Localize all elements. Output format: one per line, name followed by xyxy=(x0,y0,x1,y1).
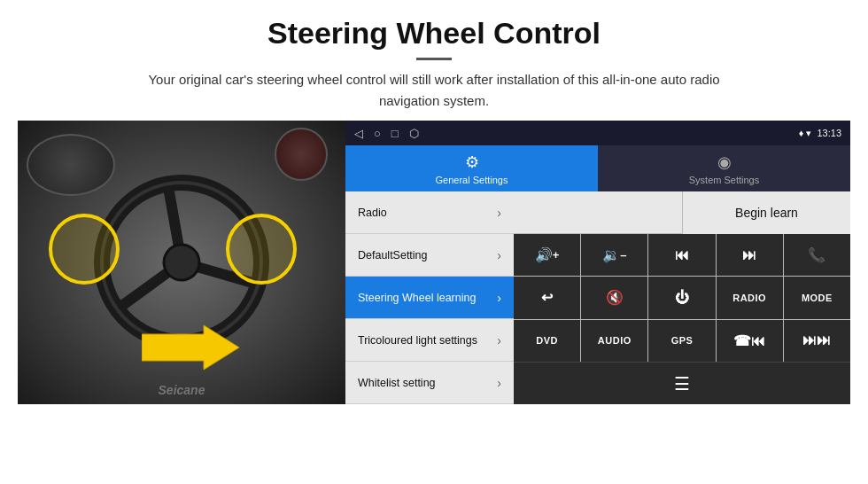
tab-system-label: System Settings xyxy=(689,175,759,185)
subtitle: Your original car's steering wheel contr… xyxy=(124,69,744,112)
mute-button[interactable]: 🔇 xyxy=(581,277,647,318)
chevron-whitelist: › xyxy=(497,376,501,390)
mode-button[interactable]: MODE xyxy=(784,277,850,318)
menu-item-radio[interactable]: Radio › xyxy=(345,191,514,234)
menu-radio-label: Radio xyxy=(358,207,387,219)
chevron-steering: › xyxy=(497,291,501,305)
audio-label: AUDIO xyxy=(598,335,632,346)
back-icon: ↩ xyxy=(541,289,553,306)
prev-icon: ⏮ xyxy=(675,247,689,263)
tab-bar: ⚙ General Settings ◉ System Settings xyxy=(345,145,850,191)
header-section: Steering Wheel Control Your original car… xyxy=(0,0,868,121)
power-button[interactable]: ⏻ xyxy=(648,277,715,318)
main-area: Radio › DefaultSetting › Steering Wheel … xyxy=(345,191,850,404)
highlight-right xyxy=(226,214,297,285)
call-icon: 📞 xyxy=(808,246,825,263)
vol-up-icon: 🔊 xyxy=(535,246,553,263)
control-grid: 🔊+ 🔉– ⏮ ⏭ 📞 xyxy=(514,234,850,362)
prev-button[interactable]: ⏮ xyxy=(648,234,715,276)
signal-icon: ♦ ▾ xyxy=(799,128,812,139)
chevron-radio: › xyxy=(497,206,501,220)
tab-general-settings[interactable]: ⚙ General Settings xyxy=(345,145,598,191)
menu-item-steering[interactable]: Steering Wheel learning › xyxy=(345,277,514,319)
menu-tricoloured-label: Tricoloured light settings xyxy=(358,334,477,347)
menu-nav-icon[interactable]: ⬡ xyxy=(409,127,419,140)
next-icon: ⏭ xyxy=(742,247,756,263)
gps-label: GPS xyxy=(671,335,694,346)
tab-general-label: General Settings xyxy=(436,175,508,185)
recents-nav-icon[interactable]: □ xyxy=(391,127,399,140)
skip-next-button[interactable]: ⏭⏭ xyxy=(784,320,850,362)
tel-prev-button[interactable]: ☎⏮ xyxy=(717,320,783,362)
svg-marker-6 xyxy=(142,325,239,370)
begin-learn-button[interactable]: Begin learn xyxy=(682,191,850,234)
menu-steering-label: Steering Wheel learning xyxy=(358,292,476,304)
back-nav-icon[interactable]: ◁ xyxy=(354,127,363,140)
system-settings-icon: ◉ xyxy=(717,152,732,172)
vol-up-button[interactable]: 🔊+ xyxy=(514,234,580,276)
power-icon: ⏻ xyxy=(675,290,689,306)
vol-down-icon: 🔉 xyxy=(602,246,620,263)
audio-button[interactable]: AUDIO xyxy=(581,320,647,362)
top-left-empty xyxy=(514,191,682,233)
back-button[interactable]: ↩ xyxy=(514,277,580,318)
nav-icons: ◁ ○ □ ⬡ xyxy=(354,127,419,140)
watermark: Seicane xyxy=(159,383,205,397)
chevron-tricoloured: › xyxy=(497,333,501,347)
menu-default-label: DefaultSetting xyxy=(358,249,428,262)
chevron-default: › xyxy=(497,248,501,262)
radio-button[interactable]: RADIO xyxy=(717,277,783,318)
dvd-button[interactable]: DVD xyxy=(514,320,580,362)
status-bar: ◁ ○ □ ⬡ ♦ ▾ 13:13 xyxy=(345,121,850,145)
bottom-row: ☰ xyxy=(514,362,850,404)
arrow xyxy=(142,321,239,378)
gauge-right xyxy=(275,128,328,181)
time-display: 13:13 xyxy=(817,128,841,138)
radio-label: RADIO xyxy=(732,293,766,303)
title-divider xyxy=(416,58,452,60)
tel-prev-icon: ☎⏮ xyxy=(733,332,765,349)
mode-label: MODE xyxy=(802,293,833,303)
menu-panel: Radio › DefaultSetting › Steering Wheel … xyxy=(345,191,514,404)
mute-icon: 🔇 xyxy=(606,289,624,306)
vol-down-button[interactable]: 🔉– xyxy=(581,234,647,276)
dvd-label: DVD xyxy=(536,335,558,346)
steering-scene: Seicane xyxy=(18,121,345,404)
car-image: Seicane xyxy=(18,121,345,404)
next-button[interactable]: ⏭ xyxy=(717,234,783,276)
call-button[interactable]: 📞 xyxy=(784,234,850,276)
bottom-menu-icon: ☰ xyxy=(674,373,690,394)
home-nav-icon[interactable]: ○ xyxy=(374,127,381,140)
gps-button[interactable]: GPS xyxy=(648,320,715,362)
skip-next-icon: ⏭⏭ xyxy=(802,332,831,348)
general-settings-icon: ⚙ xyxy=(465,152,479,172)
button-panel: Begin learn 🔊+ 🔉– ⏮ xyxy=(514,191,850,404)
status-right: ♦ ▾ 13:13 xyxy=(799,128,841,139)
page-title: Steering Wheel Control xyxy=(53,16,815,51)
menu-item-whitelist[interactable]: Whitelist setting › xyxy=(345,362,514,404)
top-row: Begin learn xyxy=(514,191,850,234)
menu-whitelist-label: Whitelist setting xyxy=(358,377,436,389)
menu-item-tricoloured[interactable]: Tricoloured light settings › xyxy=(345,319,514,362)
content-section: Seicane ◁ ○ □ ⬡ ♦ ▾ 13:13 xyxy=(0,121,868,484)
android-ui: ◁ ○ □ ⬡ ♦ ▾ 13:13 ⚙ General Settings ◉ xyxy=(345,121,850,404)
page-container: Steering Wheel Control Your original car… xyxy=(0,0,868,484)
highlight-left xyxy=(49,214,120,285)
tab-system-settings[interactable]: ◉ System Settings xyxy=(598,145,850,191)
menu-item-default[interactable]: DefaultSetting › xyxy=(345,234,514,277)
